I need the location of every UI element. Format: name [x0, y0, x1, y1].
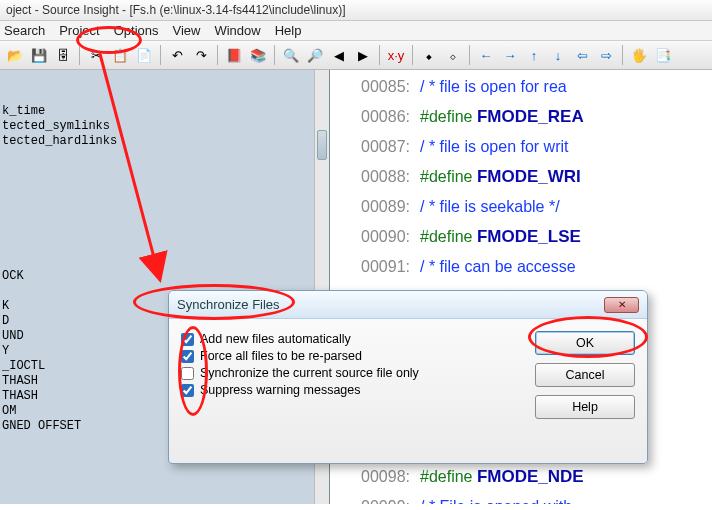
dialog-options: Add new files automaticallyForce all fil… [181, 329, 535, 419]
book-icon[interactable]: 📕 [223, 44, 245, 66]
code-text: / * file is open for writ [420, 132, 569, 162]
saveall-icon[interactable]: 🗄 [52, 44, 74, 66]
dialog-check-row: Suppress warning messages [181, 383, 535, 397]
separator [379, 45, 380, 65]
symbol-item[interactable] [2, 209, 307, 224]
separator [79, 45, 80, 65]
symbol-item[interactable] [2, 74, 307, 89]
prev-icon[interactable]: ◀ [328, 44, 350, 66]
code-line[interactable]: 00087:/ * file is open for writ [334, 132, 712, 162]
line-number: 00086: [334, 102, 420, 132]
dialog-check-row: Synchronize the current source file only [181, 366, 535, 380]
menu-window[interactable]: Window [214, 23, 260, 38]
code-line[interactable]: 00099:/ * File is opened with [334, 492, 712, 504]
code-text: #define FMODE_REA [420, 102, 584, 132]
line-number: 00090: [334, 222, 420, 252]
separator [160, 45, 161, 65]
menu-search[interactable]: Search [4, 23, 45, 38]
symbol-item[interactable] [2, 89, 307, 104]
code-text: / * file is open for rea [420, 72, 567, 102]
symbol-item[interactable] [2, 254, 307, 269]
dialog-check-label: Synchronize the current source file only [200, 366, 419, 380]
line-number: 00091: [334, 252, 420, 282]
dialog-check-row: Force all files to be re-parsed [181, 349, 535, 363]
xy-icon[interactable]: x·y [385, 44, 407, 66]
symbol-item[interactable] [2, 224, 307, 239]
code-line[interactable]: 00086:#define FMODE_REA [334, 102, 712, 132]
line-number: 00085: [334, 72, 420, 102]
dialog-checkbox-1[interactable] [181, 350, 194, 363]
code-text: / * File is opened with [420, 492, 572, 504]
separator [469, 45, 470, 65]
synchronize-files-dialog: Synchronize Files ✕ Add new files automa… [168, 290, 648, 464]
dialog-check-row: Add new files automatically [181, 332, 535, 346]
line-number: 00089: [334, 192, 420, 222]
code-text: #define FMODE_NDE [420, 462, 584, 492]
cancel-button[interactable]: Cancel [535, 363, 635, 387]
symbol-item[interactable] [2, 179, 307, 194]
scrollbar-thumb[interactable] [317, 130, 327, 160]
dialog-check-label: Force all files to be re-parsed [200, 349, 362, 363]
menu-options[interactable]: Options [114, 23, 159, 38]
dialog-checkbox-0[interactable] [181, 333, 194, 346]
paste-icon[interactable]: 📄 [133, 44, 155, 66]
window-title: oject - Source Insight - [Fs.h (e:\linux… [0, 0, 712, 21]
code-line[interactable]: 00090:#define FMODE_LSE [334, 222, 712, 252]
symbol-item[interactable]: OCK [2, 269, 307, 284]
separator [412, 45, 413, 65]
symbol-item[interactable]: k_time [2, 104, 307, 119]
next-icon[interactable]: ▶ [352, 44, 374, 66]
menu-bar: Search Project Options View Window Help [0, 21, 712, 41]
cut-icon[interactable]: ✂ [85, 44, 107, 66]
menu-help[interactable]: Help [275, 23, 302, 38]
symbol-item[interactable]: tected_symlinks [2, 119, 307, 134]
code-line[interactable]: 00098:#define FMODE_NDE [334, 462, 712, 492]
menu-view[interactable]: View [172, 23, 200, 38]
redo-icon[interactable]: ↷ [190, 44, 212, 66]
separator [274, 45, 275, 65]
dialog-checkbox-3[interactable] [181, 384, 194, 397]
nav-back-icon[interactable]: ⇦ [571, 44, 593, 66]
code-text: #define FMODE_LSE [420, 222, 581, 252]
mark2-icon[interactable]: ⬦ [442, 44, 464, 66]
copy-icon[interactable]: 📋 [109, 44, 131, 66]
separator [622, 45, 623, 65]
undo-icon[interactable]: ↶ [166, 44, 188, 66]
findall-icon[interactable]: 🔎 [304, 44, 326, 66]
separator [217, 45, 218, 65]
code-line[interactable]: 00088:#define FMODE_WRI [334, 162, 712, 192]
dialog-title: Synchronize Files [177, 297, 280, 312]
code-line[interactable]: 00091:/ * file can be accesse [334, 252, 712, 282]
ok-button[interactable]: OK [535, 331, 635, 355]
mark1-icon[interactable]: ⬥ [418, 44, 440, 66]
nav-fwd-icon[interactable]: ⇨ [595, 44, 617, 66]
up-icon[interactable]: ↑ [523, 44, 545, 66]
line-number: 00099: [334, 492, 420, 504]
symbol-item[interactable] [2, 239, 307, 254]
tool2-icon[interactable]: 📑 [652, 44, 674, 66]
tool1-icon[interactable]: 🖐 [628, 44, 650, 66]
code-text: / * file can be accesse [420, 252, 576, 282]
open-icon[interactable]: 📂 [4, 44, 26, 66]
close-icon[interactable]: ✕ [604, 297, 639, 313]
line-number: 00087: [334, 132, 420, 162]
books-icon[interactable]: 📚 [247, 44, 269, 66]
find-icon[interactable]: 🔍 [280, 44, 302, 66]
dialog-checkbox-2[interactable] [181, 367, 194, 380]
help-button[interactable]: Help [535, 395, 635, 419]
code-line[interactable]: 00089:/ * file is seekable */ [334, 192, 712, 222]
save-icon[interactable]: 💾 [28, 44, 50, 66]
dialog-titlebar[interactable]: Synchronize Files ✕ [169, 291, 647, 319]
fwd-icon[interactable]: → [499, 44, 521, 66]
menu-project[interactable]: Project [59, 23, 99, 38]
symbol-item[interactable] [2, 194, 307, 209]
symbol-item[interactable] [2, 149, 307, 164]
back-icon[interactable]: ← [475, 44, 497, 66]
symbol-item[interactable] [2, 164, 307, 179]
code-text: / * file is seekable */ [420, 192, 560, 222]
symbol-item[interactable]: tected_hardlinks [2, 134, 307, 149]
code-line[interactable]: 00085:/ * file is open for rea [334, 72, 712, 102]
down-icon[interactable]: ↓ [547, 44, 569, 66]
dialog-check-label: Add new files automatically [200, 332, 351, 346]
dialog-check-label: Suppress warning messages [200, 383, 361, 397]
